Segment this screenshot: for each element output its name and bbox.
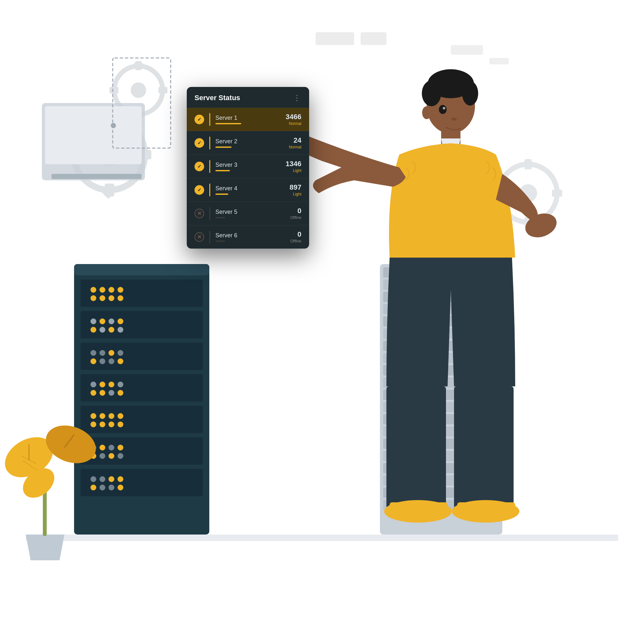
server-count-2: 24 [289,137,301,144]
svg-point-99 [118,476,123,482]
server-stats-3: 1346Light [286,160,301,173]
server-info-2: Server 2 [215,138,289,148]
svg-point-138 [462,81,478,106]
server-row-4[interactable]: ✓Server 4897Light [187,178,309,202]
svg-rect-0 [316,32,354,45]
server-status-panel: Server Status ⋮ ✓Server 13466Normal✓Serv… [187,87,309,249]
svg-point-83 [99,421,105,427]
server-bar-3 [215,170,230,171]
svg-point-92 [99,453,105,459]
svg-point-57 [109,327,114,333]
svg-point-38 [111,123,116,128]
server-status-label-5: Offline [290,215,301,220]
panel-menu-icon[interactable]: ⋮ [293,93,301,102]
svg-point-67 [118,358,123,364]
svg-point-49 [118,295,123,301]
server-divider-2 [209,137,210,149]
server-status-icon-5: ✕ [194,209,204,218]
svg-rect-36 [52,174,142,179]
svg-point-69 [90,382,96,387]
server-bar-4 [215,194,228,195]
server-bar-6 [215,241,225,242]
svg-point-103 [118,485,123,490]
panel-title: Server Status [194,94,240,102]
server-row-1[interactable]: ✓Server 13466Normal [187,108,309,131]
svg-point-137 [422,81,441,106]
server-stats-6: 0Offline [290,231,301,243]
server-count-5: 0 [290,207,301,214]
svg-point-55 [90,327,96,333]
svg-rect-35 [45,106,142,164]
svg-point-74 [99,390,105,396]
svg-point-149 [443,107,445,109]
svg-point-47 [99,295,105,301]
svg-point-72 [118,382,123,387]
svg-point-75 [109,390,114,396]
server-bar-1 [215,123,241,124]
svg-point-90 [118,445,123,450]
server-row-3[interactable]: ✓Server 31346Light [187,155,309,178]
svg-point-82 [90,421,96,427]
svg-rect-147 [457,502,515,515]
server-info-4: Server 4 [215,185,289,195]
server-stats-2: 24Normal [289,137,301,149]
server-info-6: Server 6 [215,232,290,242]
svg-marker-126 [26,535,64,560]
panel-header: Server Status ⋮ [187,87,309,108]
server-status-label-6: Offline [290,239,301,243]
svg-point-71 [109,382,114,387]
server-divider-6 [209,231,210,243]
server-count-1: 3466 [286,113,301,120]
svg-point-51 [90,318,96,324]
server-status-label-4: Light [289,192,301,196]
svg-point-66 [109,358,114,364]
server-name-6: Server 6 [215,232,290,239]
svg-rect-68 [81,374,203,402]
server-divider-4 [209,184,210,196]
svg-point-151 [422,106,431,119]
svg-point-101 [99,485,105,490]
svg-rect-125 [26,535,618,541]
server-row-5[interactable]: ✕Server 50Offline [187,202,309,225]
svg-rect-41 [81,279,203,307]
server-divider-3 [209,160,210,173]
svg-rect-86 [81,437,203,465]
svg-point-63 [118,350,123,356]
svg-rect-2 [451,45,483,55]
svg-point-150 [451,118,457,121]
server-info-5: Server 5 [215,209,290,218]
svg-point-97 [99,476,105,482]
server-count-4: 897 [289,184,301,191]
server-row-2[interactable]: ✓Server 224Normal [187,131,309,155]
svg-point-64 [90,358,96,364]
svg-point-70 [99,382,105,387]
svg-point-44 [109,287,114,293]
svg-point-42 [90,287,96,293]
server-bar-5 [215,217,225,218]
svg-point-52 [99,318,105,324]
server-bar-2 [215,147,232,148]
server-count-3: 1346 [286,160,301,167]
server-info-3: Server 3 [215,162,286,171]
server-status-icon-6: ✕ [194,232,204,242]
svg-point-76 [118,390,123,396]
server-stats-5: 0Offline [290,207,301,220]
server-count-6: 0 [290,231,301,238]
svg-rect-50 [81,311,203,338]
server-name-4: Server 4 [215,185,289,192]
server-row-6[interactable]: ✕Server 60Offline [187,225,309,249]
svg-point-85 [118,421,123,427]
svg-point-61 [99,350,105,356]
svg-point-53 [109,318,114,324]
svg-rect-19 [158,87,167,93]
server-status-icon-3: ✓ [194,162,204,171]
svg-point-100 [90,485,96,490]
svg-point-60 [90,350,96,356]
svg-rect-145 [390,502,448,515]
svg-point-89 [109,445,114,450]
svg-point-80 [109,413,114,419]
svg-point-56 [99,327,105,333]
svg-point-54 [118,318,123,324]
svg-rect-18 [109,87,118,93]
svg-point-88 [99,445,105,450]
